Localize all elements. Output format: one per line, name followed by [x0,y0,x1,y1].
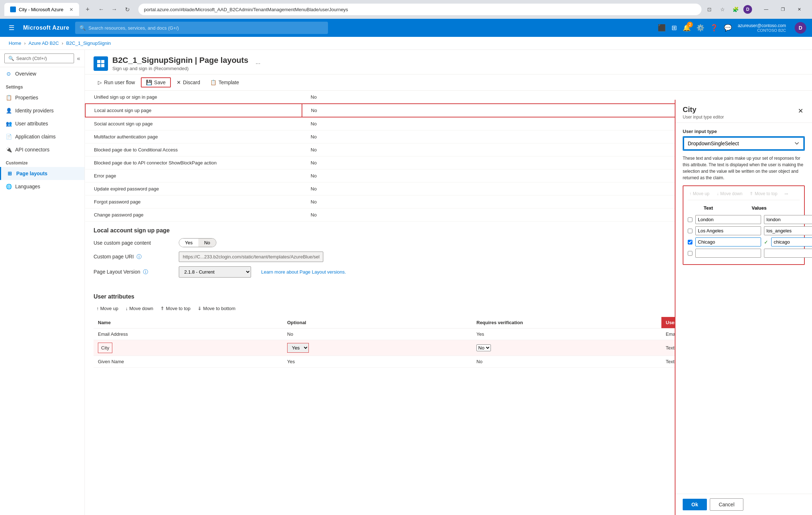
option-text-input-empty[interactable] [695,249,761,258]
template-button[interactable]: 📋 Template [206,77,243,87]
page-name-cell: Local account sign up page [85,104,302,117]
sidebar-item-application-claims[interactable]: 📄 Application claims [0,130,85,143]
run-user-flow-label: Run user flow [104,80,135,85]
option-text-0[interactable] [695,215,761,224]
maximize-button[interactable]: ❐ [774,4,791,15]
settings-icon[interactable]: ⚙️ [696,24,704,32]
options-rows: ✓ ✓ [688,215,800,246]
opt-move-up-button[interactable]: ↑ Move up [688,190,711,197]
page-uri-input[interactable] [179,252,323,262]
directory-icon[interactable]: ⊞ [671,24,677,32]
panel-description: These text and value pairs make up your … [683,155,805,181]
page-uri-hint[interactable]: ⓘ [137,254,142,259]
close-button[interactable]: ✕ [791,4,808,15]
browser-tab-close[interactable]: ✕ [69,7,73,12]
option-checkbox-1[interactable] [688,228,692,234]
user-input-type-select[interactable]: DropdownSingleSelect [683,137,804,150]
panel-close-button[interactable]: ✕ [796,106,805,116]
browser-chrome: City - Microsoft Azure ✕ + ← → ↻ portal.… [0,0,812,19]
refresh-button[interactable]: ↻ [122,4,133,14]
discard-button[interactable]: ✕ Discard [172,77,204,87]
sidebar-item-page-layouts[interactable]: ⊞ Page layouts [0,167,85,180]
page-layout-select[interactable]: 2.1.8 - Current [179,266,251,278]
panel-title: City [683,106,724,114]
svg-rect-0 [97,60,100,63]
breadcrumb-home[interactable]: Home [9,40,21,46]
notification-icon[interactable]: 🔔 2 [683,24,691,32]
save-button[interactable]: 💾 Save [141,77,171,87]
option-text-1[interactable] [695,226,761,235]
user-info[interactable]: azureuser@contoso.com CONTOSO B2C [738,23,786,33]
ua-move-up-button[interactable]: ↑ Move up [94,304,121,313]
ua-name-text: Given Name [98,359,124,364]
browser-new-tab[interactable]: + [82,4,94,15]
profile-icon[interactable]: D [743,5,752,14]
cancel-button[interactable]: Cancel [710,498,744,511]
panel-body: User input type DropdownSingleSelect The… [675,123,812,494]
avatar[interactable]: D [795,22,806,34]
verification-select[interactable]: No [476,344,491,351]
custom-content-yes[interactable]: Yes [179,239,198,247]
save-icon: 💾 [146,80,152,85]
properties-icon: 📋 [6,95,12,100]
option-value-2[interactable] [771,237,812,246]
ok-button[interactable]: Ok [683,499,707,510]
help-icon[interactable]: ❓ [710,24,718,32]
browser-tab[interactable]: City - Microsoft Azure ✕ [4,3,79,16]
option-checkbox-2[interactable] [688,239,692,245]
breadcrumb-policy[interactable]: B2C_1_SignupSignin [66,40,111,46]
option-text-2[interactable] [695,237,761,246]
option-value-0[interactable] [764,215,812,224]
option-checkbox-empty[interactable] [688,250,692,256]
ua-move-to-top-button[interactable]: ⇑ Move to top [157,304,193,313]
sidebar-customize-label: Customize [0,156,85,167]
page-name-cell: Social account sign up page [85,117,302,130]
hamburger-menu[interactable]: ☰ [6,21,17,35]
optional-select[interactable]: Yes [287,343,309,353]
page-layouts-icon: ⊞ [7,171,13,176]
ua-move-to-bottom-button[interactable]: ⇓ Move to bottom [195,304,238,313]
cast-icon[interactable]: ⊡ [704,4,714,14]
sidebar-collapse-icon[interactable]: « [77,55,80,62]
template-label: Template [219,80,239,85]
run-user-flow-button[interactable]: ▷ Run user flow [94,77,139,87]
learn-more-link[interactable]: Learn more about Page Layout versions. [261,269,346,275]
feedback-icon[interactable]: 💬 [724,24,732,32]
save-label: Save [154,80,166,85]
sidebar-item-label-user-attrs: User attributes [15,121,48,126]
ua-move-down-button[interactable]: ↓ Move down [122,304,156,313]
sidebar-item-user-attributes[interactable]: 👥 User attributes [0,117,85,130]
cloud-shell-icon[interactable]: ⬛ [658,24,666,32]
minimize-button[interactable]: — [758,4,774,15]
back-button[interactable]: ← [96,4,107,14]
custom-content-no[interactable]: No [198,239,216,247]
sidebar-item-overview[interactable]: ⊙ Overview [0,67,85,80]
custom-content-toggle[interactable]: Yes No [179,238,216,247]
forward-button[interactable]: → [109,4,120,14]
option-checkbox-0[interactable] [688,217,692,223]
svg-rect-3 [101,64,104,67]
page-more-icon[interactable]: ··· [256,60,260,67]
breadcrumb-b2c[interactable]: Azure AD B2C [29,40,59,46]
move-to-top-icon: ⇑ [160,306,164,311]
sidebar-item-properties[interactable]: 📋 Properties [0,91,85,104]
page-name-cell: Blocked page due to Conditional Access [85,143,302,156]
sidebar-item-languages[interactable]: 🌐 Languages [0,180,85,193]
extensions-icon[interactable]: 🧩 [730,4,740,14]
opt-move-down-button[interactable]: ↓ Move down [715,190,744,197]
identity-providers-icon: 👤 [6,108,12,113]
sidebar-item-api-connectors[interactable]: 🔌 API connectors [0,143,85,156]
page-layout-hint[interactable]: ⓘ [143,269,148,275]
opt-more-button[interactable]: ··· [783,190,790,197]
run-icon: ▷ [98,80,102,85]
address-bar[interactable]: portal.azure.com/#blade/Microsoft_AAD_B2… [138,4,701,15]
ua-optional-cell: Yes [283,340,472,356]
option-value-input-empty[interactable] [764,249,812,258]
azure-search[interactable]: 🔍 Search resources, services, and docs (… [75,22,328,34]
bookmark-icon[interactable]: ☆ [717,4,727,14]
breadcrumb-sep2: › [62,40,63,46]
sidebar-item-identity-providers[interactable]: 👤 Identity providers [0,104,85,117]
option-value-1[interactable] [764,226,812,235]
opt-move-to-top-button[interactable]: ⇑ Move to top [748,190,779,197]
page-name-cell: Forgot password page [85,196,302,209]
